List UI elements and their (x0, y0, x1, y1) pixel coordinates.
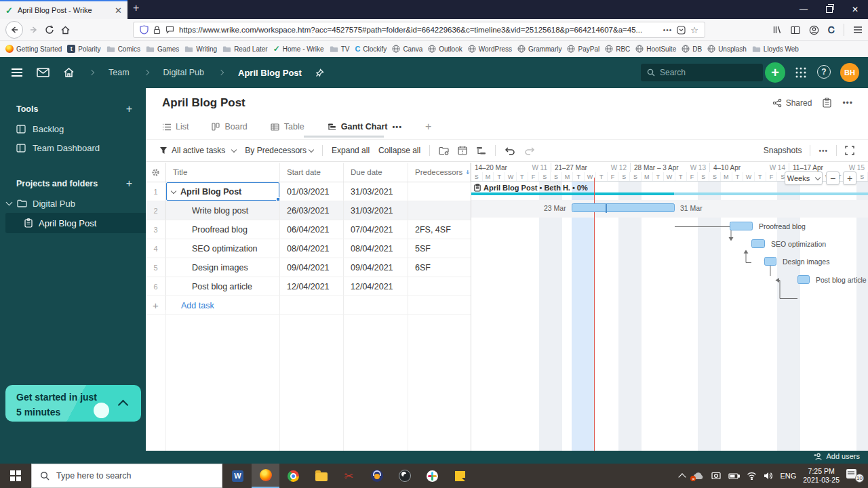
task-title-cell[interactable]: Design images (166, 258, 280, 277)
add-task-button[interactable]: Add task (166, 296, 280, 314)
zoom-in-button[interactable]: + (843, 171, 856, 185)
add-users-button[interactable]: Add users (813, 452, 860, 460)
menu-icon[interactable] (853, 26, 863, 34)
tab-close-icon[interactable]: ✕ (115, 5, 122, 16)
taskbar-app-music[interactable] (363, 464, 391, 488)
bookmark-polarity[interactable]: tPolarity (67, 45, 100, 53)
group-dropdown[interactable]: By Predecessors (245, 146, 313, 155)
gantt-chart[interactable]: 14–20 MarW 1121–27 MarW 1228 Mar – 3 Apr… (471, 163, 868, 451)
due-date-cell[interactable]: 31/03/2021 (344, 201, 408, 220)
bookmark-db[interactable]: DB (682, 45, 702, 53)
bookmark-grammarly[interactable]: Grammarly (517, 45, 561, 53)
due-date-cell[interactable]: 09/04/2021 (344, 258, 408, 277)
volume-icon[interactable] (764, 472, 773, 480)
predecessors-cell[interactable]: 5SF (408, 239, 471, 258)
forward-button[interactable] (29, 25, 39, 35)
search-input[interactable]: Search (641, 64, 763, 81)
filter-dropdown[interactable]: All active tasks (159, 146, 236, 155)
predecessors-cell[interactable]: 2FS, 4SF (408, 220, 471, 239)
tab-list[interactable]: List (162, 122, 189, 131)
undo-icon[interactable] (505, 146, 515, 155)
notifications-button[interactable]: 10 (846, 469, 864, 483)
apps-grid-icon[interactable] (795, 66, 807, 79)
bookmark-wordpress[interactable]: WordPress (468, 45, 512, 53)
tab-board[interactable]: Board (212, 122, 247, 131)
date-warning-icon[interactable] (458, 146, 467, 155)
gantt-bar-post-blog-article[interactable] (797, 275, 810, 284)
snapshots-button[interactable]: Snapshots (764, 146, 802, 155)
back-button[interactable] (5, 21, 23, 39)
predecessors-cell[interactable]: 6SF (408, 258, 471, 277)
start-date-cell[interactable]: 06/04/2021 (280, 220, 344, 239)
column-title[interactable]: Title (166, 163, 280, 182)
more-options-icon[interactable]: ••• (842, 98, 853, 108)
table-row-seo-optimization[interactable]: 4SEO optimization08/04/202108/04/20215SF (146, 239, 471, 258)
column-settings[interactable] (146, 163, 166, 182)
due-date-cell[interactable]: 07/04/2021 (344, 220, 408, 239)
due-date-cell[interactable]: 08/04/2021 (344, 239, 408, 258)
bookmark-unsplash[interactable]: Unsplash (707, 45, 747, 53)
task-title-cell[interactable]: Post blog article (166, 277, 280, 296)
taskbar-app-chrome[interactable] (279, 464, 307, 488)
start-date-cell[interactable]: 08/04/2021 (280, 239, 344, 258)
bookmark-home-wrike[interactable]: ✓Home - Wrike (273, 45, 324, 53)
permissions-icon[interactable] (165, 26, 174, 34)
toolbar-more-icon[interactable]: ••• (818, 147, 828, 155)
task-title-cell[interactable]: April Blog Post (166, 182, 280, 201)
bookmark-lloyds-web[interactable]: Lloyds Web (752, 45, 799, 53)
account-icon[interactable] (809, 25, 819, 35)
predecessors-cell[interactable] (408, 182, 471, 201)
start-date-cell[interactable]: 01/03/2021 (280, 182, 344, 201)
collapse-all-button[interactable]: Collapse all (378, 146, 420, 155)
bookmark-rbc[interactable]: RBC (605, 45, 630, 53)
taskbar-app-snip[interactable]: ✂ (335, 464, 363, 488)
timescale-dropdown[interactable]: Weeks (785, 171, 823, 185)
bookmark-paypal[interactable]: PayPal (567, 45, 599, 53)
close-button[interactable]: ✕ (842, 0, 868, 19)
restore-button[interactable] (816, 0, 842, 19)
fill-handle[interactable] (276, 197, 280, 201)
minimize-button[interactable]: — (791, 0, 816, 19)
reload-button[interactable] (45, 25, 54, 35)
avatar[interactable]: BH (840, 63, 859, 82)
start-button[interactable] (0, 464, 31, 488)
taskbar-app-slack[interactable] (418, 464, 446, 488)
taskbar-search[interactable]: Type here to search (31, 464, 222, 488)
due-date-cell[interactable]: 31/03/2021 (344, 182, 408, 201)
bookmark-games[interactable]: Games (146, 45, 179, 53)
clock[interactable]: 7:25 PM 2021-03-25 (803, 467, 840, 485)
home-button[interactable] (60, 25, 71, 35)
chevron-up-icon[interactable] (118, 400, 129, 411)
start-date-cell[interactable]: 26/03/2021 (280, 201, 344, 220)
language-indicator[interactable]: ENG (780, 472, 796, 480)
sidebar-toggle-icon[interactable] (791, 26, 800, 35)
breadcrumb-digital-pub[interactable]: Digital Pub (163, 68, 204, 77)
page-actions-icon[interactable]: ••• (663, 26, 673, 34)
task-title-cell[interactable]: Proofread blog (166, 220, 280, 239)
chart-settings-icon[interactable] (439, 146, 449, 155)
home-icon[interactable] (63, 67, 75, 78)
table-row-design-images[interactable]: 5Design images09/04/202109/04/20216SF (146, 258, 471, 277)
clockify-extension-icon[interactable]: Ꮯ (828, 24, 835, 36)
inbox-icon[interactable] (37, 68, 50, 77)
bookmark-comics[interactable]: Comics (106, 45, 140, 53)
task-title-cell[interactable]: Write blog post (166, 201, 280, 220)
predecessors-cell[interactable] (408, 277, 471, 296)
tracking-shield-icon[interactable] (140, 25, 149, 35)
taskbar-app-obs[interactable] (391, 464, 418, 488)
add-task-row[interactable]: + Add task (146, 296, 471, 315)
dependencies-icon[interactable] (476, 146, 486, 155)
onedrive-icon[interactable]: ✕ (692, 472, 704, 480)
url-bar[interactable]: https://www.wrike.com/workspace.htm?acc=… (133, 22, 705, 38)
breadcrumb-team[interactable]: Team (108, 68, 130, 77)
start-date-cell[interactable]: 12/04/2021 (280, 277, 344, 296)
bookmark-canva[interactable]: Canva (392, 45, 422, 53)
zoom-out-button[interactable]: − (826, 171, 840, 185)
chevron-down-icon[interactable] (171, 188, 176, 193)
table-row-april-blog-post[interactable]: 1April Blog Post01/03/202131/03/2021 (146, 182, 471, 201)
bookmark-star-icon[interactable]: ☆ (690, 25, 698, 35)
column-predecessors[interactable]: Predecessors (408, 163, 471, 182)
taskbar-app-explorer[interactable] (307, 464, 335, 488)
tray-expand-icon[interactable] (679, 473, 686, 481)
table-row-post-blog-article[interactable]: 6Post blog article12/04/202112/04/2021 (146, 277, 471, 296)
